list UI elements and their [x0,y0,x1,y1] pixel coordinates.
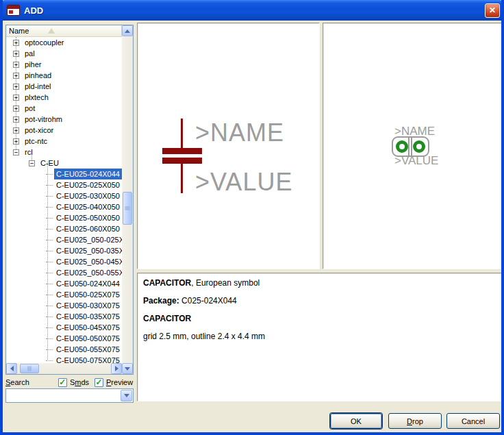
tree-item[interactable]: C-EU025_050-025X0 [6,234,122,245]
titlebar[interactable]: ADD ✕ [0,0,504,21]
tree-item[interactable]: C-EU025-050X050 [6,212,122,223]
tree-item-label: C-EU050-075X075 [54,355,122,363]
tree-item-label: C-EU050-055X075 [54,344,122,355]
expand-plus-icon[interactable]: + [13,105,19,112]
tree-item[interactable]: +pld-intel [6,81,122,92]
description-line: CAPACITOR, European symbol [143,279,497,288]
close-button[interactable]: ✕ [485,3,500,18]
combobox-dropdown-button[interactable] [121,390,132,401]
tree-item-label: C-EU025-050X050 [54,212,122,223]
tree-item-label: pld-intel [23,81,53,92]
tree-item[interactable]: C-EU050-025X075 [6,289,122,300]
tree-item[interactable]: +pal [6,48,122,59]
tree-item-label: pot-xicor [23,125,55,136]
tree-item[interactable]: −C-EU [6,158,122,169]
tree-header-label: Name [9,27,29,35]
expand-plus-icon[interactable]: + [13,62,19,68]
drop-button-label: Drop [407,417,423,425]
tree-item[interactable]: C-EU050-024X044 [6,278,122,289]
expand-plus-icon[interactable]: + [13,40,19,46]
tree-item-label: C-EU050-035X075 [54,311,122,322]
preview-checkbox[interactable]: ✓ [94,378,103,387]
tree-item[interactable]: C-EU025-024X044 [6,169,122,179]
horizontal-scroll-thumb[interactable] [20,364,39,373]
tree-item-label: C-EU050-025X075 [54,289,122,300]
tree-item[interactable]: C-EU025-030X050 [6,190,122,201]
tree-item[interactable]: C-EU050-045X075 [6,322,122,333]
tree-item[interactable]: +pot-vitrohm [6,114,122,125]
collapse-minus-icon[interactable]: − [13,149,19,156]
drop-button[interactable]: Drop [388,413,442,429]
tree-item[interactable]: C-EU025_050-045X0 [6,256,122,267]
tree-connector-line [46,240,53,240]
symbol-value-placeholder: >VALUE [195,170,292,195]
tree-item[interactable]: +ptc-ntc [6,136,122,147]
tree-item-label: C-EU050-045X075 [54,322,122,333]
tree-item-label: pal [23,48,37,59]
scroll-left-button[interactable] [6,363,17,374]
search-combobox[interactable] [5,388,134,403]
vertical-scroll-thumb[interactable] [123,192,132,225]
tree-item[interactable]: C-EU025-060X050 [6,223,122,234]
tree-item-label: ptc-ntc [23,136,49,147]
tree-item[interactable]: C-EU050-030X075 [6,300,122,311]
tree-item-label: plxtech [23,92,51,103]
tree-connector-line [46,273,53,273]
tree-connector-line [46,229,53,229]
smds-checkbox[interactable]: ✓ [58,378,67,387]
arrow-left-icon [10,366,14,371]
scroll-up-button[interactable] [122,25,133,36]
collapse-minus-icon[interactable]: − [29,160,35,166]
add-dialog: ADD ✕ Name +optocoupler+pal+piher+pinhea… [0,0,504,435]
capacitor-pin-bottom [181,164,183,193]
tree-item[interactable]: +plxtech [6,92,122,103]
description-line: Package: C025-024X044 [143,297,497,306]
sort-ascending-icon [48,28,55,34]
tree-connector-line [46,251,53,251]
expand-plus-icon[interactable]: + [13,138,19,145]
tree-item[interactable]: C-EU050-075X075 [6,355,122,363]
pad-2 [413,140,425,153]
tree-item[interactable]: C-EU025_050-055X0 [6,267,122,278]
cancel-button[interactable]: Cancel [446,413,500,429]
tree-item[interactable]: C-EU025-040X050 [6,201,122,212]
tree-item[interactable]: C-EU025-025X050 [6,179,122,190]
search-row: Search ✓ Smds ✓ Preview [5,377,134,388]
tree-item-label: rcl [23,147,35,158]
tree-item-label: piher [23,59,43,70]
tree-item-label: C-EU025-025X050 [54,179,122,190]
tree-item[interactable]: C-EU050-055X075 [6,344,122,355]
tree-item[interactable]: +pot-xicor [6,125,122,136]
tree-vertical-scrollbar[interactable] [122,25,133,374]
tree-item-label: pinhead [23,70,53,81]
expand-plus-icon[interactable]: + [13,51,19,57]
expand-plus-icon[interactable]: + [13,95,19,101]
scroll-down-button[interactable] [122,363,133,374]
chevron-down-icon [124,394,129,397]
tree-item[interactable]: +optocoupler [6,37,122,48]
tree-connector-line [46,360,53,361]
expand-plus-icon[interactable]: + [13,73,19,79]
search-label: Search [5,378,29,386]
preview-label[interactable]: Preview [106,378,133,386]
smds-label[interactable]: Smds [70,378,89,386]
tree-horizontal-scrollbar[interactable] [6,363,122,374]
tree-item-label: C-EU025-040X050 [54,201,122,212]
tree-item[interactable]: −rcl [6,147,122,158]
expand-plus-icon[interactable]: + [13,116,19,123]
tree-item[interactable]: C-EU050-050X075 [6,333,122,344]
tree-item[interactable]: +pot [6,103,122,114]
tree-item[interactable]: +pinhead [6,70,122,81]
tree-connector-line [46,327,53,328]
scroll-right-button[interactable] [111,363,122,374]
tree-item-label: C-EU [38,158,61,169]
tree-item[interactable]: C-EU050-035X075 [6,311,122,322]
tree-item[interactable]: C-EU025_050-035X0 [6,245,122,256]
tree-item[interactable]: +piher [6,59,122,70]
expand-plus-icon[interactable]: + [13,127,19,134]
tree-column-header-name[interactable]: Name [6,25,122,37]
tree-connector-line [46,174,53,175]
thumb-grip-icon [125,207,130,210]
expand-plus-icon[interactable]: + [13,84,19,90]
ok-button[interactable]: OK [330,413,382,429]
